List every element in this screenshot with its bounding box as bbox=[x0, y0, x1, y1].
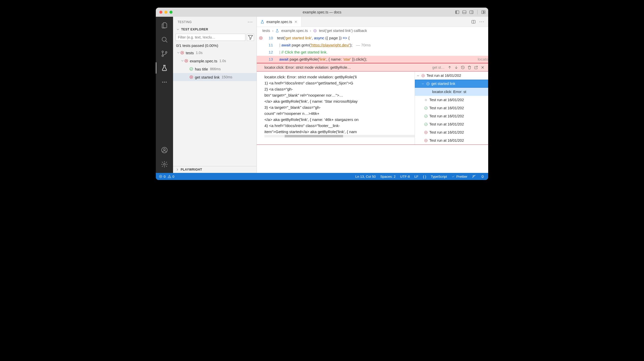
minimize-window-button[interactable] bbox=[164, 11, 167, 14]
status-errors[interactable]: 0 bbox=[159, 175, 166, 178]
trash-icon[interactable] bbox=[467, 65, 471, 69]
beaker-icon bbox=[260, 20, 264, 24]
tree-label: tests bbox=[186, 51, 194, 55]
panel-right-icon[interactable] bbox=[469, 10, 474, 14]
arrow-up-icon[interactable] bbox=[448, 65, 452, 69]
symbol-icon bbox=[313, 29, 317, 33]
svg-point-62 bbox=[169, 177, 170, 177]
chevron-down-icon bbox=[181, 59, 184, 63]
run-row[interactable]: Test run at 16/01/202 bbox=[415, 104, 488, 112]
panel-bottom-icon[interactable] bbox=[462, 10, 467, 14]
activity-search[interactable] bbox=[156, 32, 173, 47]
breadcrumb-item[interactable]: tests bbox=[262, 29, 270, 33]
status-bar: 0 0 Ln 13, Col 50 Spaces: 2 UTF-8 LF { }… bbox=[156, 173, 488, 180]
check-icon bbox=[451, 175, 455, 178]
test-run-history: Test run at 16/01/202 get started link l… bbox=[415, 71, 488, 145]
svg-point-49 bbox=[425, 106, 427, 109]
tree-duration: 1.0s bbox=[196, 51, 202, 55]
tree-row-file[interactable]: example.spec.ts 1.0s bbox=[173, 57, 257, 65]
files-icon bbox=[161, 22, 168, 29]
maximize-window-button[interactable] bbox=[170, 11, 173, 14]
svg-point-51 bbox=[425, 123, 427, 125]
beaker-icon bbox=[275, 29, 279, 33]
activity-more[interactable] bbox=[156, 75, 173, 89]
sidebar-title: TESTING bbox=[178, 20, 192, 24]
status-warnings[interactable]: 0 bbox=[168, 175, 175, 178]
peek-body: locator.click: Error: strict mode violat… bbox=[257, 71, 488, 145]
account-icon bbox=[161, 147, 168, 154]
svg-rect-2 bbox=[463, 11, 466, 14]
pending-icon bbox=[424, 98, 428, 102]
tree-row-tests[interactable]: tests 1.0s bbox=[173, 49, 257, 57]
titlebar-layout-controls bbox=[455, 10, 486, 14]
breadcrumbs[interactable]: tests › example.spec.ts › test('get star… bbox=[257, 27, 488, 34]
run-row[interactable]: Test run at 16/01/202 bbox=[415, 96, 488, 104]
section-label: TEST EXPLORER bbox=[181, 28, 208, 31]
fail-icon bbox=[424, 139, 428, 142]
breadcrumb-item[interactable]: example.spec.ts bbox=[281, 29, 308, 33]
run-row[interactable]: Test run at 16/01/202 bbox=[415, 120, 488, 128]
fail-icon bbox=[421, 74, 425, 78]
breadcrumb-item[interactable]: test('get started link') callback bbox=[319, 29, 367, 33]
open-external-icon[interactable] bbox=[474, 65, 478, 69]
close-window-button[interactable] bbox=[159, 11, 162, 14]
svg-point-14 bbox=[162, 82, 163, 82]
svg-point-26 bbox=[190, 67, 193, 70]
chevron-down-icon bbox=[177, 51, 180, 55]
tree-row-has-title[interactable]: has title 866ms bbox=[173, 65, 257, 73]
activity-settings[interactable] bbox=[156, 157, 173, 171]
close-icon[interactable] bbox=[294, 20, 298, 24]
activity-testing[interactable] bbox=[156, 61, 173, 75]
filter-input[interactable] bbox=[176, 34, 245, 41]
status-encoding[interactable]: UTF-8 bbox=[400, 175, 410, 178]
status-cursor[interactable]: Ln 13, Col 50 bbox=[355, 175, 376, 178]
filter-button[interactable] bbox=[247, 34, 254, 41]
close-icon[interactable] bbox=[481, 65, 485, 69]
code-area[interactable]: 10 test('get started link', async ({ pag… bbox=[257, 34, 488, 63]
editor-more-icon[interactable]: ··· bbox=[479, 19, 485, 24]
arrow-down-icon[interactable] bbox=[454, 65, 458, 69]
feedback-icon[interactable] bbox=[472, 174, 476, 178]
pass-icon bbox=[189, 67, 193, 71]
activity-source-control[interactable] bbox=[156, 47, 173, 61]
status-prettier[interactable]: Prettier bbox=[451, 175, 467, 178]
horizontal-scrollbar[interactable] bbox=[264, 135, 415, 137]
status-lang-braces[interactable]: { } bbox=[423, 175, 426, 178]
activity-account[interactable] bbox=[156, 143, 173, 157]
tree-row-get-started[interactable]: get started link 150ms bbox=[173, 73, 257, 81]
footer-label: PLAYWRIGHT bbox=[181, 168, 202, 171]
run-row[interactable]: Test run at 16/01/202 bbox=[415, 71, 488, 80]
pass-summary: 0/1 tests passed (0.00%) bbox=[173, 42, 257, 48]
layout-customize-icon[interactable] bbox=[481, 10, 486, 14]
pass-icon bbox=[424, 106, 428, 110]
run-row[interactable]: Test run at 16/01/202 bbox=[415, 128, 488, 136]
activity-explorer[interactable] bbox=[156, 18, 173, 32]
run-row-selected[interactable]: get started link bbox=[415, 80, 488, 88]
section-test-explorer[interactable]: TEST EXPLORER bbox=[173, 26, 257, 33]
error-gutter-icon[interactable] bbox=[259, 36, 263, 40]
svg-point-16 bbox=[166, 82, 166, 82]
status-eol[interactable]: LF bbox=[414, 175, 418, 178]
chevron-down-icon bbox=[416, 74, 420, 77]
pass-icon bbox=[424, 122, 428, 126]
window: example.spec.ts — docs bbox=[156, 8, 488, 180]
window-title: example.spec.ts — docs bbox=[303, 10, 342, 14]
status-indent[interactable]: Spaces: 2 bbox=[380, 175, 396, 178]
tree-duration: 150ms bbox=[222, 75, 232, 79]
sidebar-more-icon[interactable]: ··· bbox=[248, 19, 253, 25]
run-row[interactable]: Test run at 16/01/202 bbox=[415, 136, 488, 145]
split-editor-icon[interactable] bbox=[471, 20, 476, 24]
section-playwright[interactable]: PLAYWRIGHT bbox=[173, 166, 257, 173]
fail-icon bbox=[426, 82, 430, 86]
editor-tabs: example.spec.ts ··· bbox=[257, 17, 488, 27]
status-language[interactable]: TypeScript bbox=[431, 175, 447, 178]
gear-icon bbox=[161, 161, 168, 168]
tab-example-spec[interactable]: example.spec.ts bbox=[257, 17, 301, 27]
history-icon[interactable] bbox=[461, 65, 465, 69]
run-row[interactable]: Test run at 16/01/202 bbox=[415, 112, 488, 120]
peek-error-details[interactable]: locator.click: Error: strict mode violat… bbox=[257, 71, 415, 145]
test-tree: tests 1.0s example.spec.ts 1.0s has titl… bbox=[173, 48, 257, 166]
run-row[interactable]: locator.click: Error: st bbox=[415, 88, 488, 96]
bell-icon[interactable] bbox=[481, 174, 485, 178]
panel-left-icon[interactable] bbox=[455, 10, 460, 14]
